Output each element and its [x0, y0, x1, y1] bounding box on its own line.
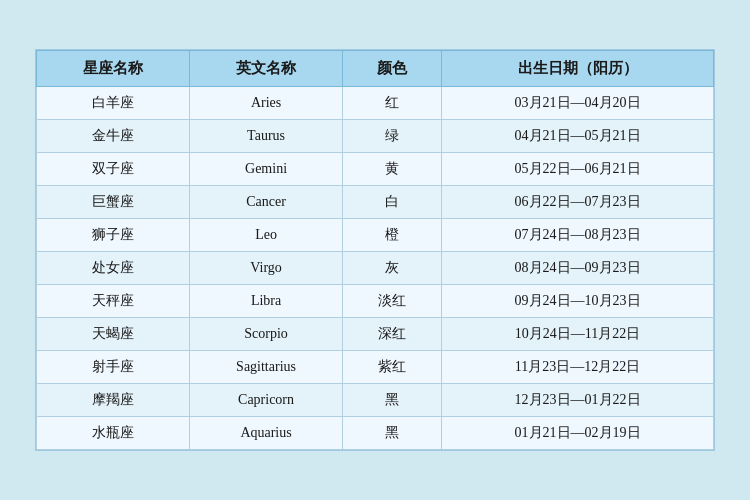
cell-english-name: Sagittarius [190, 351, 343, 384]
cell-chinese-name: 狮子座 [37, 219, 190, 252]
cell-color: 黄 [343, 153, 442, 186]
cell-birth-dates: 06月22日—07月23日 [442, 186, 714, 219]
table-row: 狮子座Leo橙07月24日—08月23日 [37, 219, 714, 252]
cell-english-name: Leo [190, 219, 343, 252]
cell-birth-dates: 03月21日—04月20日 [442, 87, 714, 120]
cell-birth-dates: 09月24日—10月23日 [442, 285, 714, 318]
cell-chinese-name: 水瓶座 [37, 417, 190, 450]
cell-color: 黑 [343, 417, 442, 450]
cell-birth-dates: 12月23日—01月22日 [442, 384, 714, 417]
zodiac-table: 星座名称 英文名称 颜色 出生日期（阳历） 白羊座Aries红03月21日—04… [36, 50, 714, 450]
cell-english-name: Aries [190, 87, 343, 120]
cell-color: 橙 [343, 219, 442, 252]
table-row: 摩羯座Capricorn黑12月23日—01月22日 [37, 384, 714, 417]
cell-chinese-name: 金牛座 [37, 120, 190, 153]
cell-english-name: Scorpio [190, 318, 343, 351]
table-row: 射手座Sagittarius紫红11月23日—12月22日 [37, 351, 714, 384]
table-row: 处女座Virgo灰08月24日—09月23日 [37, 252, 714, 285]
cell-color: 淡红 [343, 285, 442, 318]
cell-color: 灰 [343, 252, 442, 285]
cell-english-name: Cancer [190, 186, 343, 219]
cell-birth-dates: 05月22日—06月21日 [442, 153, 714, 186]
cell-english-name: Aquarius [190, 417, 343, 450]
cell-english-name: Taurus [190, 120, 343, 153]
cell-chinese-name: 天蝎座 [37, 318, 190, 351]
cell-birth-dates: 01月21日—02月19日 [442, 417, 714, 450]
table-body: 白羊座Aries红03月21日—04月20日金牛座Taurus绿04月21日—0… [37, 87, 714, 450]
table-row: 水瓶座Aquarius黑01月21日—02月19日 [37, 417, 714, 450]
cell-birth-dates: 10月24日—11月22日 [442, 318, 714, 351]
cell-chinese-name: 白羊座 [37, 87, 190, 120]
cell-color: 红 [343, 87, 442, 120]
cell-color: 深红 [343, 318, 442, 351]
header-english-name: 英文名称 [190, 51, 343, 87]
header-color: 颜色 [343, 51, 442, 87]
header-chinese-name: 星座名称 [37, 51, 190, 87]
cell-english-name: Virgo [190, 252, 343, 285]
zodiac-table-container: 星座名称 英文名称 颜色 出生日期（阳历） 白羊座Aries红03月21日—04… [35, 49, 715, 451]
cell-birth-dates: 08月24日—09月23日 [442, 252, 714, 285]
table-header-row: 星座名称 英文名称 颜色 出生日期（阳历） [37, 51, 714, 87]
cell-color: 紫红 [343, 351, 442, 384]
table-row: 金牛座Taurus绿04月21日—05月21日 [37, 120, 714, 153]
cell-birth-dates: 11月23日—12月22日 [442, 351, 714, 384]
table-row: 天秤座Libra淡红09月24日—10月23日 [37, 285, 714, 318]
cell-chinese-name: 处女座 [37, 252, 190, 285]
cell-color: 绿 [343, 120, 442, 153]
cell-color: 黑 [343, 384, 442, 417]
table-row: 白羊座Aries红03月21日—04月20日 [37, 87, 714, 120]
cell-english-name: Gemini [190, 153, 343, 186]
table-row: 巨蟹座Cancer白06月22日—07月23日 [37, 186, 714, 219]
cell-chinese-name: 天秤座 [37, 285, 190, 318]
cell-color: 白 [343, 186, 442, 219]
cell-english-name: Capricorn [190, 384, 343, 417]
header-birth-date: 出生日期（阳历） [442, 51, 714, 87]
table-row: 双子座Gemini黄05月22日—06月21日 [37, 153, 714, 186]
cell-birth-dates: 04月21日—05月21日 [442, 120, 714, 153]
cell-birth-dates: 07月24日—08月23日 [442, 219, 714, 252]
cell-chinese-name: 巨蟹座 [37, 186, 190, 219]
cell-chinese-name: 射手座 [37, 351, 190, 384]
cell-english-name: Libra [190, 285, 343, 318]
cell-chinese-name: 双子座 [37, 153, 190, 186]
table-row: 天蝎座Scorpio深红10月24日—11月22日 [37, 318, 714, 351]
cell-chinese-name: 摩羯座 [37, 384, 190, 417]
